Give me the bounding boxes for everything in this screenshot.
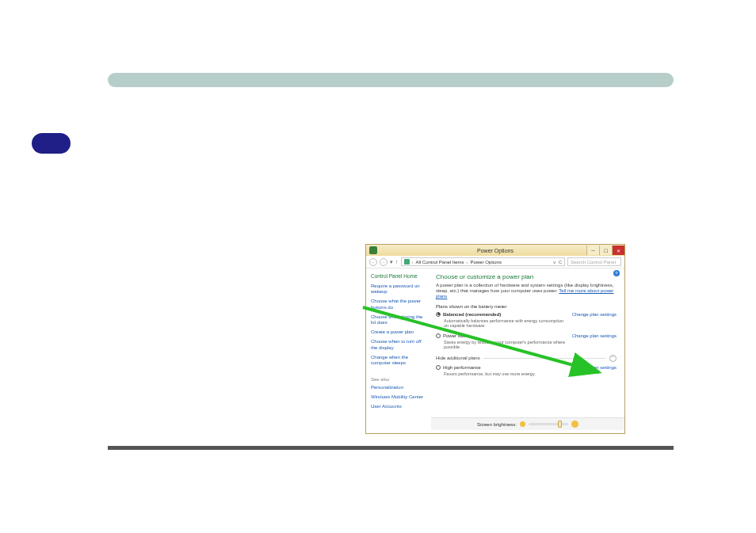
minimize-button[interactable]: ─: [586, 246, 599, 255]
chevron-icon: ›: [467, 260, 468, 265]
breadcrumb[interactable]: › All Control Panel Items › Power Option…: [401, 257, 566, 266]
window-controls: ─ ☐ ✕: [586, 246, 624, 255]
chevron-icon: ›: [412, 260, 414, 265]
window-title: Power Options: [477, 248, 514, 253]
breadcrumb-item[interactable]: All Control Panel Items: [416, 260, 464, 265]
maximize-button[interactable]: ☐: [599, 246, 612, 255]
sidebar-link[interactable]: Require a password on wakeup: [371, 284, 426, 295]
seealso-link[interactable]: User Accounts: [371, 404, 426, 409]
pill-badge: [32, 133, 71, 154]
page-description: A power plan is a collection of hardware…: [436, 283, 617, 300]
app-icon: [369, 246, 377, 254]
seealso-link[interactable]: Personalization: [371, 385, 426, 390]
titlebar[interactable]: Power Options ─ ☐ ✕: [366, 245, 624, 256]
brightness-bar: Screen brightness:: [431, 417, 624, 430]
brightness-low-icon: [520, 421, 525, 427]
svg-line-1: [363, 307, 599, 372]
up-button[interactable]: ↑: [395, 259, 399, 265]
sidebar-home-link[interactable]: Control Panel Home: [371, 273, 426, 279]
back-button[interactable]: ←: [369, 258, 377, 266]
header-bar: [108, 73, 674, 87]
slider-thumb[interactable]: [558, 421, 562, 428]
breadcrumb-drop[interactable]: v C: [553, 260, 562, 265]
seealso-link[interactable]: Windows Mobility Center: [371, 394, 426, 400]
help-icon[interactable]: ?: [613, 270, 620, 276]
close-button[interactable]: ✕: [612, 246, 624, 255]
page-heading: Choose or customize a power plan: [436, 273, 617, 280]
cp-icon: [404, 259, 410, 265]
search-input[interactable]: Search Control Panel: [567, 257, 621, 266]
brightness-label: Screen brightness:: [477, 422, 517, 427]
forward-button[interactable]: →: [380, 258, 388, 266]
recent-dropdown[interactable]: ▾: [390, 259, 393, 265]
toolbar: ← → ▾ ↑ › All Control Panel Items › Powe…: [366, 256, 624, 268]
brightness-high-icon: [571, 421, 578, 428]
green-arrow: [361, 304, 615, 383]
search-placeholder: Search Control Panel: [571, 260, 616, 265]
brightness-slider[interactable]: [529, 423, 568, 425]
footer-line: [108, 446, 674, 450]
breadcrumb-item[interactable]: Power Options: [471, 260, 502, 265]
